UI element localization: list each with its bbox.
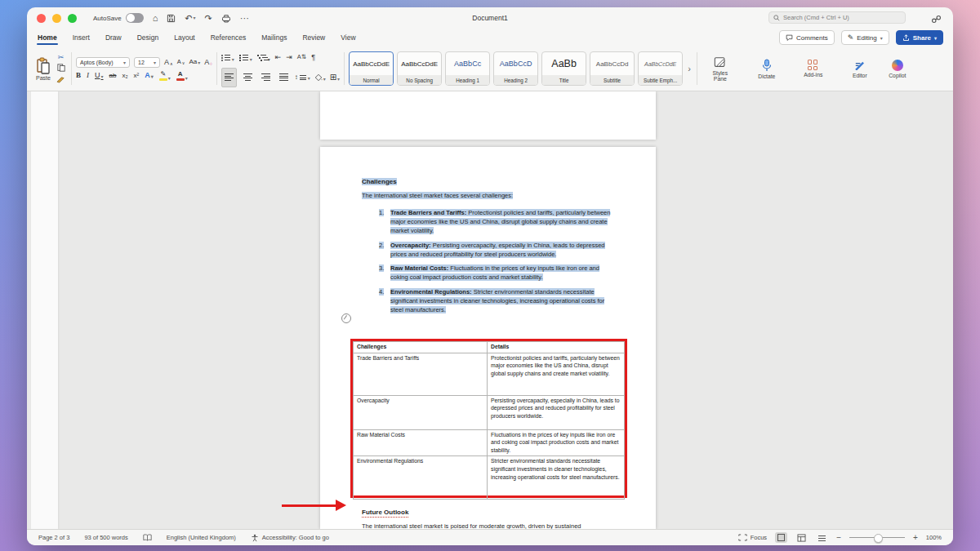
- paste-button[interactable]: Paste: [32, 57, 55, 81]
- zoom-slider-thumb[interactable]: [874, 534, 883, 543]
- word-count[interactable]: 93 of 500 words: [84, 534, 127, 541]
- style-heading-1[interactable]: AaBbCc Heading 1: [445, 51, 490, 86]
- print-button[interactable]: [221, 14, 231, 23]
- tab-view[interactable]: View: [340, 31, 356, 44]
- more-commands-button[interactable]: ···: [240, 14, 249, 23]
- align-center-button[interactable]: [241, 69, 255, 87]
- tab-insert[interactable]: Insert: [72, 31, 91, 44]
- bullets-button[interactable]: ▾: [221, 50, 234, 64]
- grow-font-button[interactable]: A∧: [164, 59, 173, 66]
- tab-design[interactable]: Design: [136, 31, 159, 44]
- tab-home[interactable]: Home: [37, 31, 58, 44]
- focus-mode-button[interactable]: Focus: [738, 534, 767, 541]
- bold-button[interactable]: B: [76, 72, 81, 79]
- style-sample: AaBbCcD: [494, 52, 537, 75]
- format-painter-button[interactable]: [56, 76, 65, 85]
- close-window-button[interactable]: [37, 14, 46, 23]
- home-icon: ⌂: [153, 14, 158, 23]
- numbering-button[interactable]: ▾: [239, 50, 252, 64]
- styles-pane-button[interactable]: Styles Pane: [702, 56, 739, 82]
- style-title[interactable]: AaBb Title: [541, 51, 586, 86]
- zoom-in-button[interactable]: +: [913, 533, 918, 542]
- page-indicator[interactable]: Page 2 of 3: [38, 534, 69, 541]
- decrease-indent-button[interactable]: ⇤: [275, 54, 282, 61]
- document-body[interactable]: Challenges The international steel marke…: [362, 147, 617, 314]
- style-subtitle[interactable]: AaBbCcDd Subtitle: [590, 51, 635, 86]
- show-formatting-button[interactable]: ¶: [311, 54, 315, 61]
- tab-draw[interactable]: Draw: [105, 31, 122, 44]
- tab-review[interactable]: Review: [301, 31, 326, 44]
- change-case-button[interactable]: Aa▾: [189, 59, 200, 65]
- tab-mailings[interactable]: Mailings: [261, 31, 287, 44]
- add-ins-button[interactable]: Add-ins: [795, 60, 832, 78]
- style-normal[interactable]: AaBbCcDdE Normal: [349, 51, 394, 86]
- highlight-color-button[interactable]: ✎ ▾: [159, 71, 171, 81]
- text-effects-button[interactable]: A▾: [145, 72, 154, 79]
- clear-formatting-button[interactable]: A◊: [204, 59, 212, 66]
- undo-button[interactable]: ↶▾: [185, 14, 195, 23]
- autosave-label: AutoSave: [93, 15, 122, 22]
- editor-button[interactable]: Editor: [841, 59, 879, 78]
- style-subtle-emphasis[interactable]: AaBbCcDdE Subtle Emph...: [638, 51, 683, 86]
- zoom-window-button[interactable]: [68, 14, 77, 23]
- comments-label: Comments: [796, 34, 828, 42]
- share-button[interactable]: Share ▾: [896, 30, 943, 45]
- style-sample: AaBb: [542, 52, 586, 75]
- font-size-select[interactable]: 12 ▾: [134, 57, 160, 68]
- editing-mode-button[interactable]: ✎ Editing ▾: [841, 30, 889, 45]
- accessibility-icon: [251, 534, 259, 542]
- multilevel-list-button[interactable]: ▾: [257, 50, 270, 64]
- align-left-button[interactable]: [221, 68, 237, 87]
- style-no-spacing[interactable]: AaBbCcDdE No Spacing: [397, 51, 442, 86]
- line-spacing-button[interactable]: ↕▾: [295, 74, 310, 81]
- home-quick-button[interactable]: ⌂: [153, 14, 158, 23]
- font-name-select[interactable]: Aptos (Body) ▾: [76, 57, 130, 68]
- language-indicator[interactable]: English (United Kingdom): [167, 534, 236, 541]
- ribbon-tab-row: Home Insert Draw Design Layout Reference…: [27, 29, 953, 47]
- clipboard-group: Paste ✂: [32, 49, 67, 88]
- page-2[interactable]: Challenges The international steel marke…: [320, 147, 656, 529]
- table-row: Trade Barriers and Tariffs Protectionist…: [354, 353, 625, 395]
- cut-button[interactable]: ✂: [56, 53, 65, 61]
- redo-button[interactable]: ↷: [205, 14, 212, 23]
- dictate-button[interactable]: Dictate: [748, 59, 786, 79]
- borders-button[interactable]: ⊞▾: [330, 73, 340, 82]
- superscript-button[interactable]: x²: [134, 73, 140, 79]
- share-link-button[interactable]: [931, 12, 942, 27]
- zoom-out-button[interactable]: −: [836, 533, 841, 542]
- tab-references[interactable]: References: [210, 31, 247, 44]
- shrink-font-button[interactable]: A∨: [177, 59, 185, 65]
- view-web-layout-button[interactable]: [795, 532, 808, 543]
- comments-button[interactable]: Comments: [779, 30, 835, 45]
- sort-button[interactable]: A⇅: [297, 54, 306, 60]
- challenges-table[interactable]: Challenges Details Trade Barriers and Ta…: [353, 341, 625, 500]
- justify-button[interactable]: [277, 69, 291, 87]
- subscript-button[interactable]: x₂: [122, 73, 127, 79]
- autosave-toggle[interactable]: [126, 13, 144, 23]
- italic-button[interactable]: I: [87, 72, 89, 79]
- accessibility-status[interactable]: Accessibility: Good to go: [251, 534, 329, 542]
- save-button[interactable]: [167, 14, 176, 23]
- underline-button[interactable]: U▾: [95, 72, 104, 79]
- proofing-status[interactable]: [143, 534, 152, 541]
- shading-button[interactable]: ▾: [314, 73, 326, 82]
- styles-gallery-more-button[interactable]: ›: [688, 64, 691, 73]
- copilot-button[interactable]: Copilot: [879, 60, 916, 78]
- tab-layout[interactable]: Layout: [173, 31, 196, 44]
- view-print-layout-button[interactable]: [775, 532, 787, 543]
- copy-button[interactable]: [56, 64, 65, 73]
- view-draft-button[interactable]: [816, 532, 828, 543]
- strikethrough-button[interactable]: ab: [109, 73, 117, 79]
- align-right-button[interactable]: [259, 69, 273, 87]
- increase-indent-button[interactable]: ⇥: [286, 54, 292, 61]
- style-heading-2[interactable]: AaBbCcD Heading 2: [493, 51, 538, 86]
- share-label: Share: [913, 34, 931, 42]
- minimize-window-button[interactable]: [52, 14, 61, 23]
- copilot-margin-icon[interactable]: [341, 313, 351, 323]
- print-icon: [221, 14, 231, 23]
- doc-heading-challenges: Challenges: [362, 177, 617, 186]
- zoom-slider[interactable]: [849, 537, 905, 539]
- zoom-percentage[interactable]: 100%: [926, 534, 942, 541]
- search-input[interactable]: Search (Cmd + Ctrl + U): [768, 11, 906, 24]
- font-color-button[interactable]: A ▾: [176, 71, 188, 81]
